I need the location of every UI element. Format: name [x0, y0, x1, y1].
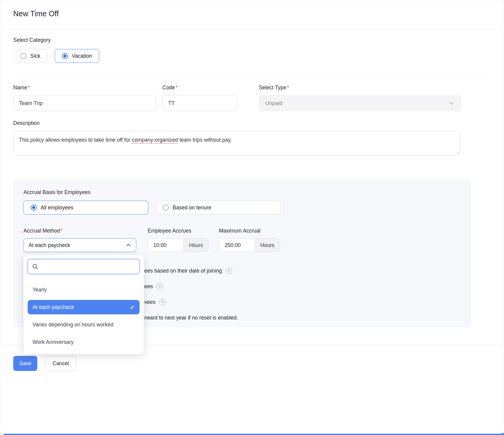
maximum-accrual-input[interactable]: 250:00 [219, 239, 255, 252]
required-mark: * [61, 228, 63, 234]
name-label: Name* [13, 85, 156, 91]
accrual-method-label: Accrual Method* [23, 228, 136, 234]
basis-pill-all-employees[interactable]: All employees [23, 201, 148, 214]
employee-accrues-group: 10:00 Hours [148, 238, 208, 252]
category-pill-vacation[interactable]: Vacation [55, 49, 99, 63]
basis-pill-label: Based on tenure [173, 205, 211, 211]
accrual-basis-pill-group: All employees Based on tenure [23, 201, 461, 214]
section-divider [13, 78, 491, 79]
save-button[interactable]: Save [13, 356, 37, 371]
dropdown-option-label: Yearly [32, 287, 47, 293]
required-mark: * [28, 85, 30, 91]
dropdown-option-label: At each paycheck [32, 304, 74, 310]
fragment-text: rward to next year if no reset is enable… [144, 315, 238, 321]
accrual-method-value: At each paycheck [29, 242, 70, 248]
fragment-text: ees [144, 283, 153, 290]
radio-unchecked-icon [20, 53, 26, 59]
fragment-text: ees based on their date of joining [144, 268, 222, 274]
basis-pill-based-on-tenure[interactable]: Based on tenure [155, 201, 280, 214]
help-icon[interactable]: ? [226, 267, 232, 274]
name-input[interactable] [13, 95, 156, 111]
code-input[interactable] [162, 95, 238, 111]
select-type-value: Unpaid [265, 100, 282, 106]
new-time-off-modal: New Time Off Select Category Sick Vacati… [0, 0, 504, 434]
description-textarea[interactable]: This policy allows employees to take tim… [13, 131, 461, 156]
dropdown-option-work-anniversary[interactable]: Work Anniversary [28, 335, 140, 349]
required-mark: * [176, 85, 178, 91]
maximum-accrual-label: Maximum Accrual [219, 228, 280, 234]
dropdown-search-input[interactable] [41, 264, 135, 270]
select-type-label: Select Type* [259, 85, 461, 91]
basis-pill-label: All employees [41, 205, 73, 211]
category-pill-label: Vacation [72, 53, 92, 59]
description-text: This policy allows employees to take tim… [19, 137, 132, 143]
dropdown-option-at-each-paycheck[interactable]: At each paycheck ✓ [28, 300, 140, 314]
help-icon[interactable]: ? [156, 283, 163, 290]
search-icon [32, 264, 38, 270]
select-type-dropdown[interactable]: Unpaid [259, 95, 461, 111]
dropdown-search-box [28, 259, 140, 274]
code-label: Code* [162, 85, 238, 91]
dropdown-option-label: Varies depending on hours worked [32, 322, 113, 328]
dropdown-option-varies-depending-on-hours-worked[interactable]: Varies depending on hours worked [28, 317, 140, 332]
employee-accrues-input[interactable]: 10:00 [148, 239, 183, 252]
hours-unit-suffix: Hours [183, 239, 208, 252]
dropdown-option-label: Work Anniversary [32, 339, 74, 345]
radio-checked-icon [31, 205, 37, 211]
footer-actions: Save Cancel [13, 356, 491, 371]
dropdown-option-yearly[interactable]: Yearly [28, 282, 140, 297]
radio-checked-icon [62, 53, 68, 59]
accrual-method-select[interactable]: At each paycheck [23, 238, 136, 252]
category-pill-label: Sick [30, 53, 40, 59]
radio-unchecked-icon [163, 205, 169, 211]
modal-header: New Time Off [0, 0, 504, 29]
employee-accrues-label: Employee Accrues [148, 228, 208, 234]
maximum-accrual-group: 250:00 Hours [219, 238, 280, 252]
accrual-basis-label: Accrual Basis for Employees [23, 189, 461, 196]
fragment-text: vees [144, 299, 155, 305]
select-category-label: Select Category [13, 37, 491, 43]
resize-handle[interactable] [455, 150, 459, 154]
description-text: team trips without pay. [178, 137, 232, 143]
chevron-down-icon [449, 100, 454, 106]
required-mark: * [287, 85, 289, 91]
help-icon[interactable]: ? [159, 299, 166, 305]
category-pill-group: Sick Vacation [13, 49, 491, 63]
accrual-settings-panel: Accrual Basis for Employees All employee… [13, 179, 471, 327]
misspelled-word: company-organized [132, 137, 178, 143]
accrual-method-dropdown-panel: Yearly At each paycheck ✓ Varies dependi… [23, 255, 144, 354]
cancel-button[interactable]: Cancel [45, 356, 77, 371]
chevron-up-icon [126, 242, 131, 248]
hours-unit-suffix: Hours [255, 239, 280, 252]
check-icon: ✓ [130, 304, 135, 311]
category-pill-sick[interactable]: Sick [13, 49, 48, 63]
page-title: New Time Off [13, 9, 491, 18]
description-label: Description [13, 120, 461, 126]
